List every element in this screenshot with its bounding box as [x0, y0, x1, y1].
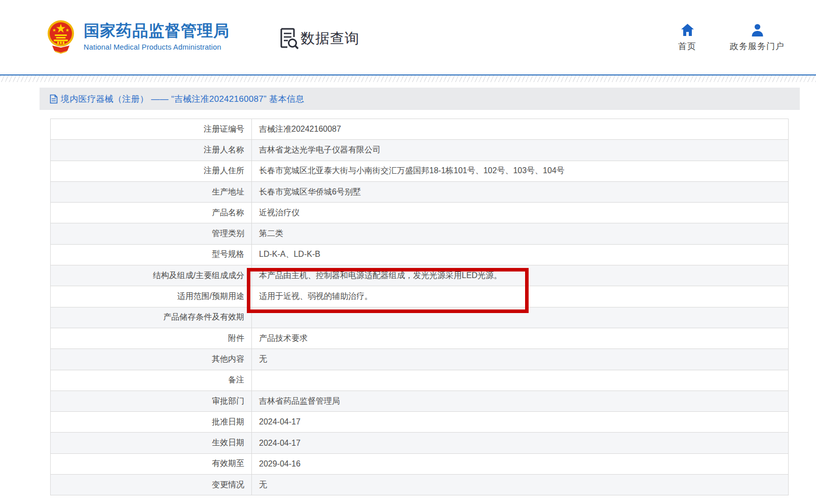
row-label: 其他内容 [51, 349, 252, 370]
row-label: 有效期至 [51, 453, 252, 474]
row-label: 管理类别 [51, 223, 252, 244]
table-row: 产品储存条件及有效期 [51, 307, 789, 328]
row-label: 注册人名称 [51, 140, 252, 161]
table-row: 生产地址长春市宽城区华侨城6号别墅 [51, 181, 789, 202]
row-label: 注册证编号 [51, 119, 252, 140]
page-title: 境内医疗器械（注册） —— “吉械注准20242160087” 基本信息 [61, 93, 304, 105]
row-label: 附件 [51, 328, 252, 348]
info-table-body: 注册证编号吉械注准20242160087注册人名称吉林省龙达光学电子仪器有限公司… [51, 119, 789, 495]
row-value: 第二类 [252, 223, 789, 244]
org-name-en: National Medical Products Administration [84, 43, 230, 51]
row-value: 吉林省龙达光学电子仪器有限公司 [252, 140, 789, 161]
registration-info-table: 注册证编号吉械注准20242160087注册人名称吉林省龙达光学电子仪器有限公司… [50, 119, 789, 495]
breadcrumb: 境内医疗器械（注册） —— “吉械注准20242160087” 基本信息 [40, 88, 800, 110]
national-emblem-icon [47, 19, 75, 54]
document-search-icon [279, 27, 299, 50]
data-query-section[interactable]: 数据查询 [279, 27, 359, 50]
row-label: 生产地址 [51, 181, 252, 202]
row-label: 变更情况 [51, 475, 252, 495]
header-nav: 首页 政务服务门户 [671, 23, 785, 52]
row-label: 型号规格 [51, 244, 252, 265]
table-row: 注册证编号吉械注准20242160087 [51, 119, 789, 140]
row-label: 备注 [51, 370, 252, 391]
row-value: 无 [252, 349, 789, 370]
org-name-block: 国家药品监督管理局 National Medical Products Admi… [84, 22, 230, 51]
table-row: 备注 [51, 370, 789, 391]
nav-item-home[interactable]: 首页 [671, 23, 703, 52]
document-icon [50, 94, 58, 104]
page: 国家药品监督管理局 National Medical Products Admi… [0, 0, 816, 504]
table-row: 产品名称近视治疗仪 [51, 203, 789, 223]
table-row: 附件产品技术要求 [51, 328, 789, 348]
row-value: 2029-04-16 [252, 453, 789, 474]
row-label: 产品名称 [51, 203, 252, 223]
nav-label: 首页 [678, 41, 696, 52]
row-value: 长春市宽城区华侨城6号别墅 [252, 181, 789, 202]
row-value: 吉林省药品监督管理局 [252, 391, 789, 411]
row-label: 注册人住所 [51, 161, 252, 181]
hatch-strip [0, 75, 816, 82]
table-row: 其他内容无 [51, 349, 789, 370]
row-value: 本产品由主机、控制器和电源适配器组成，发光光源采用LED光源。 [252, 265, 789, 286]
row-value: 2024-04-17 [252, 433, 789, 453]
row-label: 结构及组成/主要组成成分 [51, 265, 252, 286]
row-value: 产品技术要求 [252, 328, 789, 348]
row-value: 吉械注准20242160087 [252, 119, 789, 140]
row-value [252, 370, 789, 391]
table-row: 审批部门吉林省药品监督管理局 [51, 391, 789, 411]
org-name-cn: 国家药品监督管理局 [84, 22, 230, 40]
row-value: LD-K-A、LD-K-B [252, 244, 789, 265]
nav-label: 政务服务门户 [730, 41, 785, 52]
table-row: 适用范围/预期用途适用于近视、弱视的辅助治疗。 [51, 286, 789, 307]
user-icon [751, 23, 764, 36]
table-row: 变更情况无 [51, 475, 789, 495]
row-label: 批准日期 [51, 412, 252, 433]
table-row: 管理类别第二类 [51, 223, 789, 244]
table-row: 生效日期2024-04-17 [51, 433, 789, 453]
row-value: 长春市宽城区北亚泰大街与小南街交汇万盛国邦18-1栋101号、102号、103号… [252, 161, 789, 181]
table-row: 批准日期2024-04-17 [51, 412, 789, 433]
row-value: 近视治疗仪 [252, 203, 789, 223]
nav-item-portal[interactable]: 政务服务门户 [730, 23, 785, 52]
row-value: 无 [252, 475, 789, 495]
table-row: 注册人名称吉林省龙达光学电子仪器有限公司 [51, 140, 789, 161]
row-value: 2024-04-17 [252, 412, 789, 433]
row-label: 生效日期 [51, 433, 252, 453]
row-label: 产品储存条件及有效期 [51, 307, 252, 328]
site-header: 国家药品监督管理局 National Medical Products Admi… [0, 0, 816, 74]
row-label: 适用范围/预期用途 [51, 286, 252, 307]
table-row: 注册人住所长春市宽城区北亚泰大街与小南街交汇万盛国邦18-1栋101号、102号… [51, 161, 789, 181]
home-icon [681, 23, 694, 36]
table-row: 型号规格LD-K-A、LD-K-B [51, 244, 789, 265]
site-logo[interactable]: 国家药品监督管理局 National Medical Products Admi… [47, 19, 230, 54]
row-label: 审批部门 [51, 391, 252, 411]
data-query-label: 数据查询 [301, 29, 359, 48]
row-value [252, 307, 789, 328]
row-value: 适用于近视、弱视的辅助治疗。 [252, 286, 789, 307]
table-row: 有效期至2029-04-16 [51, 453, 789, 474]
table-row: 结构及组成/主要组成成分本产品由主机、控制器和电源适配器组成，发光光源采用LED… [51, 265, 789, 286]
